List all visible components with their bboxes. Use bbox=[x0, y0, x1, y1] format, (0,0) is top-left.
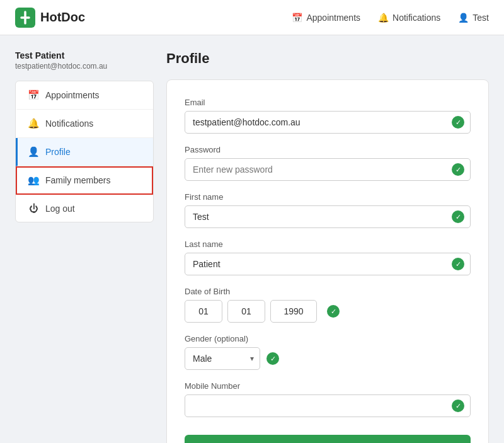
sidebar-user-email: testpatient@hotdoc.com.au bbox=[15, 62, 154, 71]
firstname-input-wrapper: ✓ bbox=[185, 205, 471, 228]
sidebar-item-family-label: Family members bbox=[45, 175, 110, 185]
gender-check-icon: ✓ bbox=[266, 352, 279, 365]
main-content: Profile Email ✓ Password ✓ First bbox=[166, 50, 489, 443]
family-icon: 👥 bbox=[28, 175, 39, 186]
dob-day-field[interactable] bbox=[185, 300, 222, 323]
dob-row: ✓ bbox=[185, 300, 471, 323]
lastname-input-wrapper: ✓ bbox=[185, 253, 471, 275]
dob-check-icon: ✓ bbox=[327, 305, 340, 318]
nav-user[interactable]: 👤 Test bbox=[458, 13, 489, 23]
firstname-check-icon: ✓ bbox=[452, 210, 464, 223]
nav-notifications-label: Notifications bbox=[392, 13, 440, 23]
header: HotDoc 📅 Appointments 🔔 Notifications 👤 … bbox=[0, 0, 504, 35]
bell-icon: 🔔 bbox=[378, 13, 389, 23]
calendar-icon: 📅 bbox=[292, 13, 302, 23]
lastname-label: Last name bbox=[185, 239, 471, 249]
sidebar-item-logout-label: Log out bbox=[45, 204, 75, 214]
logout-icon: ⏻ bbox=[28, 203, 39, 214]
appointments-icon: 📅 bbox=[28, 89, 39, 101]
logo-text: HotDoc bbox=[40, 10, 85, 25]
sidebar-item-notifications[interactable]: 🔔 Notifications bbox=[16, 110, 153, 138]
nav-appointments-label: Appointments bbox=[306, 13, 360, 23]
lastname-field[interactable] bbox=[185, 253, 471, 275]
password-label: Password bbox=[185, 145, 471, 154]
mobile-field[interactable] bbox=[185, 394, 471, 417]
dob-year-field[interactable] bbox=[270, 300, 317, 323]
nav-notifications[interactable]: 🔔 Notifications bbox=[378, 13, 440, 23]
save-changes-button[interactable]: Save Changes bbox=[185, 435, 471, 443]
gender-label: Gender (optional) bbox=[185, 334, 471, 343]
firstname-field[interactable] bbox=[185, 205, 471, 228]
profile-icon: 👤 bbox=[28, 146, 39, 158]
sidebar-item-family-members[interactable]: 👥 Family members bbox=[16, 166, 153, 195]
email-field[interactable] bbox=[185, 111, 471, 134]
sidebar-item-profile[interactable]: 👤 Profile bbox=[16, 138, 153, 166]
dob-group: Date of Birth ✓ bbox=[185, 287, 471, 323]
user-icon: 👤 bbox=[458, 13, 469, 23]
password-field[interactable] bbox=[185, 158, 471, 181]
notifications-icon: 🔔 bbox=[28, 118, 39, 129]
sidebar-user-name: Test Patient bbox=[15, 50, 154, 60]
sidebar-item-notifications-label: Notifications bbox=[45, 118, 93, 129]
dob-month-field[interactable] bbox=[227, 300, 265, 323]
sidebar: Test Patient testpatient@hotdoc.com.au 📅… bbox=[15, 50, 154, 443]
profile-card: Email ✓ Password ✓ First name ✓ bbox=[166, 79, 489, 443]
lastname-group: Last name ✓ bbox=[185, 239, 471, 275]
dob-label: Date of Birth bbox=[185, 287, 471, 296]
page-container: Test Patient testpatient@hotdoc.com.au 📅… bbox=[0, 35, 504, 443]
mobile-label: Mobile Number bbox=[185, 381, 471, 391]
email-input-wrapper: ✓ bbox=[185, 111, 471, 134]
lastname-check-icon: ✓ bbox=[452, 258, 464, 270]
sidebar-menu: 📅 Appointments 🔔 Notifications 👤 Profile… bbox=[15, 81, 154, 222]
firstname-group: First name ✓ bbox=[185, 192, 471, 228]
sidebar-item-logout[interactable]: ⏻ Log out bbox=[16, 195, 153, 222]
hotdoc-logo-icon bbox=[15, 8, 35, 28]
sidebar-item-appointments[interactable]: 📅 Appointments bbox=[16, 81, 153, 110]
logo[interactable]: HotDoc bbox=[15, 8, 85, 28]
mobile-group: Mobile Number ✓ bbox=[185, 381, 471, 417]
sidebar-item-appointments-label: Appointments bbox=[45, 90, 100, 100]
mobile-check-icon: ✓ bbox=[452, 400, 464, 412]
mobile-input-wrapper: ✓ bbox=[185, 394, 471, 417]
gender-row: Male Female Other Prefer not to say ▾ ✓ bbox=[185, 347, 471, 370]
password-input-wrapper: ✓ bbox=[185, 158, 471, 181]
sidebar-item-profile-label: Profile bbox=[45, 147, 71, 157]
nav-appointments[interactable]: 📅 Appointments bbox=[292, 13, 360, 23]
nav-user-label: Test bbox=[472, 13, 489, 23]
email-group: Email ✓ bbox=[185, 98, 471, 134]
gender-group: Gender (optional) Male Female Other Pref… bbox=[185, 334, 471, 370]
header-nav: 📅 Appointments 🔔 Notifications 👤 Test bbox=[292, 13, 489, 23]
firstname-label: First name bbox=[185, 192, 471, 202]
password-group: Password ✓ bbox=[185, 145, 471, 181]
page-title: Profile bbox=[166, 50, 489, 67]
email-check-icon: ✓ bbox=[452, 116, 464, 129]
gender-select[interactable]: Male Female Other Prefer not to say bbox=[185, 347, 260, 370]
gender-select-wrapper: Male Female Other Prefer not to say ▾ bbox=[185, 347, 260, 370]
password-check-icon: ✓ bbox=[452, 163, 464, 176]
email-label: Email bbox=[185, 98, 471, 107]
